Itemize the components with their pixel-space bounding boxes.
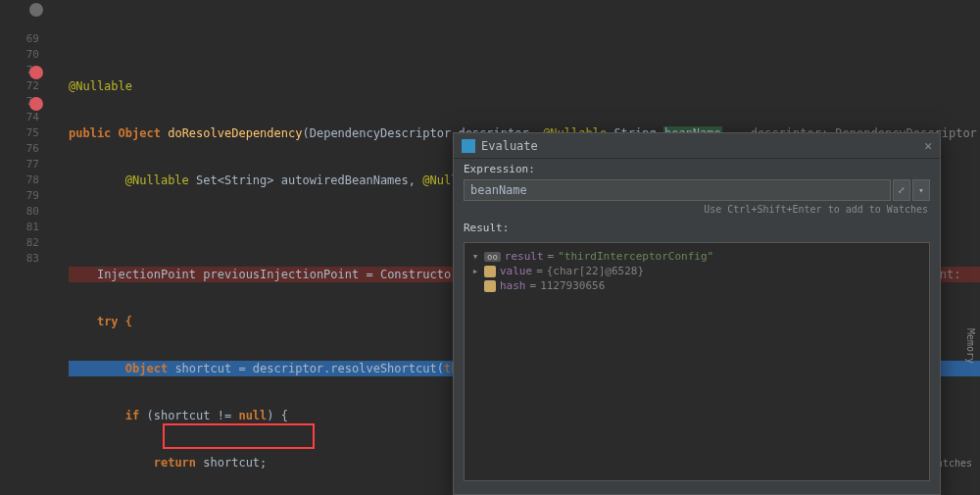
result-tree[interactable]: ▾ oo result = "thirdInterceptorConfig" ▸… [464,242,930,481]
line-number: 78 [0,173,39,188]
line-number: 72 [0,78,39,94]
dialog-titlebar[interactable]: Evaluate ✕ [454,133,940,159]
dialog-title: Evaluate [481,139,924,153]
line-number: 81 [0,220,39,235]
evaluate-dialog: Evaluate ✕ Expression: ⤢ ▾ Use Ctrl+Shif… [453,132,941,495]
line-number: 74 [0,110,39,125]
expand-icon[interactable]: ⤢ [893,179,910,201]
close-icon[interactable]: ✕ [924,138,932,153]
line-number: 83 [0,251,39,267]
expression-label: Expression: [454,159,940,179]
dialog-icon [462,139,475,153]
result-row[interactable]: ▾ oo result = "thirdInterceptorConfig" [470,249,923,264]
line-number: 76 [0,141,39,157]
field-icon [484,280,496,292]
line-number: 79 [0,188,39,204]
line-number: 80 [0,204,39,220]
line-number [0,16,39,31]
method-name: doResolveDependency [168,126,302,140]
line-number: 70 [0,47,39,63]
editor-gutter: 69 70 71 72 73 74 75 76 77 78 79 80 81 8… [0,0,45,267]
line-number: 82 [0,235,39,251]
breakpoint-icon[interactable] [29,97,43,111]
line-number: 77 [0,157,39,173]
field-icon [484,266,496,277]
breakpoint-icon[interactable] [29,66,43,79]
result-value: "thirdInterceptorConfig" [558,250,713,263]
result-sub-row[interactable]: ▸ value = {char[22]@6528} [470,264,923,278]
hint-text: Use Ctrl+Shift+Enter to add to Watches [454,201,940,218]
expression-input[interactable] [464,179,891,201]
object-badge: oo [484,252,501,262]
override-icon [29,3,43,17]
annotation: @Nullable [69,79,132,93]
result-sub-row[interactable]: hash = 1127930656 [470,278,923,293]
memory-tab[interactable]: Memory [965,328,976,364]
line-number: 69 [0,31,39,47]
line-number: 75 [0,125,39,141]
result-label: Result: [454,218,940,238]
history-dropdown-icon[interactable]: ▾ [912,179,930,201]
